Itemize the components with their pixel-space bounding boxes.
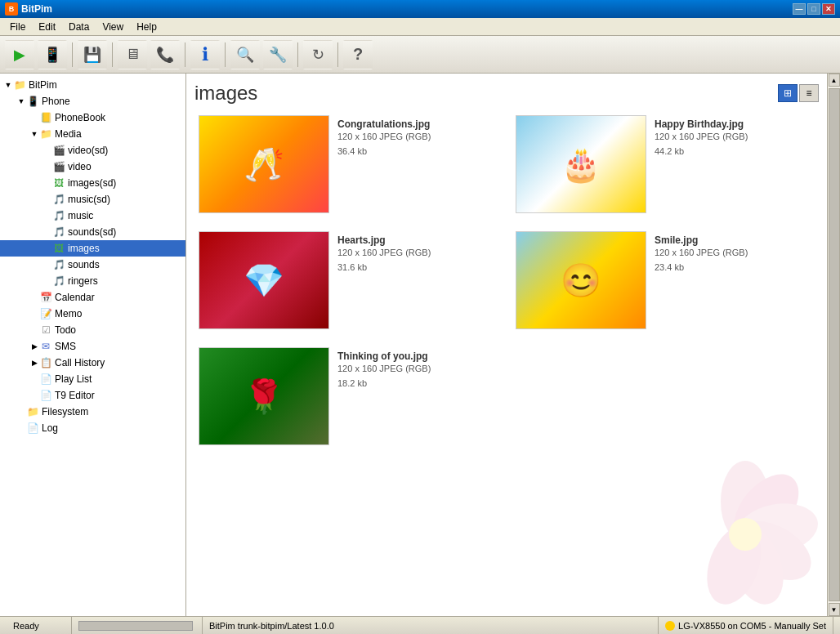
tree-root: ▼📁BitPim▼📱Phone 📒PhoneBook▼📁Media 🎬video… bbox=[0, 74, 185, 440]
sidebar-item-label-imagesd: images(sd) bbox=[68, 177, 116, 189]
expand-arrow[interactable]: ▼ bbox=[3, 81, 13, 89]
image-name-3: Smile.jpg bbox=[655, 234, 748, 246]
expand-arrow[interactable]: ▶ bbox=[29, 342, 39, 350]
menu-view[interactable]: View bbox=[96, 20, 130, 34]
sidebar-item-label-phone: Phone bbox=[42, 96, 70, 107]
image-icon: 🖼 bbox=[52, 176, 65, 190]
list-view-button[interactable]: ≡ bbox=[799, 84, 819, 102]
expand-arrow[interactable]: ▼ bbox=[29, 130, 39, 138]
content-header: images ⊞ ≡ bbox=[194, 82, 819, 105]
sidebar-item-phone[interactable]: ▼📱Phone bbox=[0, 93, 185, 109]
phone-button[interactable]: 📱 bbox=[38, 40, 67, 69]
menu-data[interactable]: Data bbox=[62, 20, 96, 34]
window-title: BitPim bbox=[21, 3, 793, 15]
image-meta-0: 120 x 160 JPEG (RGB)36.4 kb bbox=[337, 130, 431, 158]
toolbar-separator bbox=[72, 42, 73, 67]
menu-file[interactable]: File bbox=[3, 20, 32, 34]
expand-arrow[interactable]: ▼ bbox=[16, 97, 26, 105]
sidebar-item-ringers[interactable]: 🎵ringers bbox=[0, 273, 185, 289]
sidebar-item-label-sounds: sounds bbox=[68, 259, 100, 270]
sidebar-item-label-t9editor: T9 Editor bbox=[55, 390, 95, 401]
sidebar-item-music[interactable]: 🎵music bbox=[0, 208, 185, 224]
image-info-3: Smile.jpg120 x 160 JPEG (RGB)23.4 kb bbox=[655, 231, 748, 275]
sidebar-item-label-log: Log bbox=[42, 422, 58, 434]
sidebar-item-imagesd[interactable]: 🖼images(sd) bbox=[0, 175, 185, 191]
desktop-button[interactable]: 🖥 bbox=[118, 40, 147, 69]
sidebar-item-images[interactable]: 🖼images bbox=[0, 240, 185, 257]
sidebar-item-sounds[interactable]: 🎵sounds bbox=[0, 257, 185, 273]
menubar: FileEditDataViewHelp bbox=[0, 18, 840, 36]
flower-decoration bbox=[664, 453, 827, 616]
save-button[interactable]: 💾 bbox=[78, 40, 107, 69]
sidebar-item-todo[interactable]: ☑Todo bbox=[0, 322, 185, 338]
image-item-0[interactable]: 🥂Congratulations.jpg120 x 160 JPEG (RGB)… bbox=[194, 111, 502, 217]
image-item-2[interactable]: 💎Hearts.jpg120 x 160 JPEG (RGB)31.6 kb bbox=[194, 227, 502, 333]
toolbar-separator bbox=[337, 42, 338, 67]
refresh-button[interactable]: ↻ bbox=[303, 40, 333, 69]
grid-view-button[interactable]: ⊞ bbox=[778, 84, 798, 102]
maximize-button[interactable]: □ bbox=[807, 3, 820, 15]
device-indicator bbox=[665, 621, 675, 631]
send-phone-button[interactable]: 📞 bbox=[150, 40, 180, 69]
toolbar: ▶📱💾🖥📞ℹ🔍🔧↻? bbox=[0, 36, 840, 74]
expand-arrow[interactable]: ▶ bbox=[29, 359, 39, 367]
sidebar-item-video[interactable]: 🎬video bbox=[0, 158, 185, 175]
sidebar-item-label-memo: Memo bbox=[55, 308, 82, 319]
video-icon: 🎬 bbox=[52, 160, 65, 173]
status-device: LG-VX8550 on COM5 - Manually Set bbox=[659, 617, 833, 634]
image-item-3[interactable]: 😊Smile.jpg120 x 160 JPEG (RGB)23.4 kb bbox=[512, 227, 819, 333]
sidebar-item-soundssd[interactable]: 🎵sounds(sd) bbox=[0, 224, 185, 240]
image-name-4: Thinking of you.jpg bbox=[337, 350, 431, 362]
sidebar-item-filesystem[interactable]: 📁Filesystem bbox=[0, 404, 185, 420]
menu-edit[interactable]: Edit bbox=[32, 20, 62, 34]
image-info-1: Happy Birthday.jpg120 x 160 JPEG (RGB)44… bbox=[655, 115, 748, 158]
sms-icon: ✉ bbox=[39, 340, 52, 353]
svg-point-2 bbox=[733, 498, 822, 560]
memo-icon: 📝 bbox=[39, 307, 52, 320]
sidebar-item-callhistory[interactable]: ▶📋Call History bbox=[0, 355, 185, 371]
sound-icon: 🎵 bbox=[52, 258, 65, 271]
sidebar-item-playlist[interactable]: 📄Play List bbox=[0, 371, 185, 387]
image-thumbnail-1: 🎂 bbox=[516, 115, 646, 213]
image-name-2: Hearts.jpg bbox=[337, 234, 431, 246]
music-icon: 🎵 bbox=[52, 193, 65, 206]
toolbar-separator bbox=[297, 42, 298, 67]
scroll-up[interactable]: ▲ bbox=[829, 74, 840, 87]
sidebar-item-label-playlist: Play List bbox=[55, 373, 92, 385]
scrollbar[interactable]: ▲ ▼ bbox=[827, 74, 840, 616]
close-button[interactable]: ✕ bbox=[822, 3, 835, 15]
scroll-down[interactable]: ▼ bbox=[829, 603, 840, 616]
sidebar-item-phonebook[interactable]: 📒PhoneBook bbox=[0, 109, 185, 126]
sidebar-item-sms[interactable]: ▶✉SMS bbox=[0, 338, 185, 355]
t9-icon: 📄 bbox=[39, 389, 52, 402]
book-icon: 📒 bbox=[39, 111, 52, 124]
sidebar-item-media[interactable]: ▼📁Media bbox=[0, 126, 185, 142]
help-button[interactable]: ? bbox=[343, 40, 373, 69]
sidebar-item-memo[interactable]: 📝Memo bbox=[0, 306, 185, 322]
content-area: images ⊞ ≡ 🥂Congratulations.jpg120 x 160… bbox=[186, 74, 827, 616]
sidebar-item-videosd[interactable]: 🎬video(sd) bbox=[0, 142, 185, 158]
toolbar-separator bbox=[112, 42, 113, 67]
sidebar-item-log[interactable]: 📄Log bbox=[0, 420, 185, 436]
history-icon: 📋 bbox=[39, 356, 52, 369]
image-meta-1: 120 x 160 JPEG (RGB)44.2 kb bbox=[655, 130, 748, 158]
sidebar-item-label-sms: SMS bbox=[55, 341, 76, 352]
image-info-2: Hearts.jpg120 x 160 JPEG (RGB)31.6 kb bbox=[337, 231, 431, 275]
forward-button[interactable]: ▶ bbox=[5, 40, 34, 69]
scroll-thumb[interactable] bbox=[829, 88, 840, 601]
image-item-4[interactable]: 🌹Thinking of you.jpg120 x 160 JPEG (RGB)… bbox=[194, 343, 502, 449]
sidebar-item-calendar[interactable]: 📅Calendar bbox=[0, 289, 185, 306]
menu-help[interactable]: Help bbox=[130, 20, 163, 34]
info-button[interactable]: ℹ bbox=[190, 40, 220, 69]
sidebar-item-label-callhistory: Call History bbox=[55, 357, 105, 368]
video-icon: 🎬 bbox=[52, 144, 65, 157]
search-button[interactable]: 🔍 bbox=[230, 40, 260, 69]
image-item-1[interactable]: 🎂Happy Birthday.jpg120 x 160 JPEG (RGB)4… bbox=[512, 111, 819, 217]
sidebar-item-bitpim[interactable]: ▼📁BitPim bbox=[0, 77, 185, 93]
sidebar-item-t9editor[interactable]: 📄T9 Editor bbox=[0, 387, 185, 404]
status-progress bbox=[72, 617, 203, 634]
settings-button[interactable]: 🔧 bbox=[263, 40, 293, 69]
minimize-button[interactable]: — bbox=[793, 3, 806, 15]
svg-point-4 bbox=[719, 518, 793, 611]
sidebar-item-musicsd[interactable]: 🎵music(sd) bbox=[0, 191, 185, 208]
